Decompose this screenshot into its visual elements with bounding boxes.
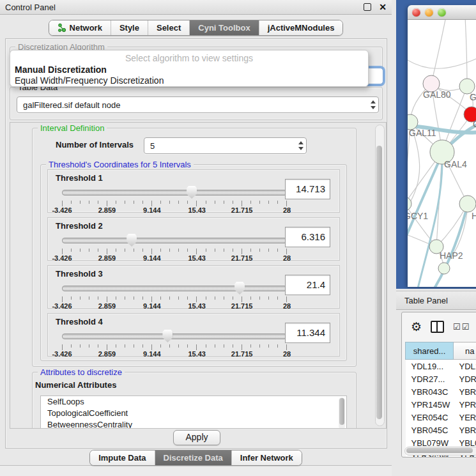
cell-name[interactable]: YDL1 [454, 360, 476, 373]
thresholds-group-label: Threshold's Coordinates for 5 Intervals [46, 160, 194, 169]
table-row[interactable]: YBR045CYBR0 [406, 424, 476, 436]
threshold-slider[interactable]: -3.4262.8599.14415.4321.71528 [62, 185, 287, 211]
network-node-label: GAL80 [423, 89, 451, 100]
threshold-slider[interactable]: -3.4262.8599.14415.4321.71528 [62, 233, 287, 259]
gear-icon[interactable]: ⚙ [411, 321, 422, 333]
numerical-attributes-list[interactable]: SelfLoopsTopologicalCoefficientBetweenne… [40, 395, 347, 429]
network-node-unlabeled[interactable] [438, 263, 450, 274]
tab-select[interactable]: Select [148, 20, 189, 35]
cell-name[interactable]: YBR0 [454, 385, 476, 398]
combo-arrows-icon [298, 141, 303, 150]
network-edge [431, 20, 446, 84]
popup-option-equal-width[interactable]: Equal Width/Frequency Discretization [15, 75, 164, 86]
cell-shared-name[interactable]: YER054C [406, 411, 454, 424]
slider-scale: -3.4262.8599.14415.4321.71528 [62, 254, 287, 262]
slider-track[interactable] [62, 190, 287, 196]
threshold-list: Threshold 1-3.4262.8599.14415.4321.71528… [41, 169, 346, 357]
cell-shared-name[interactable]: YDL19... [406, 360, 454, 373]
network-edge [465, 20, 467, 86]
tick-label: -3.426 [52, 206, 72, 214]
float-window-icon[interactable] [364, 3, 371, 11]
network-node-label: H [472, 211, 476, 221]
table-row[interactable]: YDL19...YDL1 [406, 360, 476, 373]
minimize-window-icon[interactable] [425, 8, 433, 17]
tab-discretize-data[interactable]: Discretize Data [155, 450, 231, 465]
table-row[interactable]: YER054CYER0 [406, 411, 476, 424]
tick-label: 15.43 [188, 254, 206, 262]
cell-shared-name[interactable]: YDR27... [406, 372, 454, 385]
threshold-value-field[interactable]: 6.316 [285, 227, 330, 247]
tick-label: 9.144 [143, 254, 161, 262]
threshold-value-field[interactable]: 11.344 [285, 323, 330, 343]
slider-thumb[interactable] [234, 282, 245, 295]
slider-track[interactable] [62, 334, 287, 339]
control-panel-titlebar: Control Panel ✕ [0, 0, 392, 15]
threshold-value-field[interactable]: 21.4 [285, 275, 330, 295]
column-header-shared-name[interactable]: shared... [406, 342, 454, 360]
tab-infer-network[interactable]: Infer Network [231, 450, 302, 465]
slider-thumb[interactable] [127, 234, 137, 247]
interval-definition-group: Interval Definition Number of Intervals … [32, 128, 357, 367]
table-row[interactable]: YDR27...YDR2 [406, 372, 476, 385]
right-panel: GAL80GACGAL11GAL4GCY1HHAP2 Table Panel ⚙… [392, 0, 476, 476]
zoom-window-icon[interactable] [438, 8, 446, 17]
threshold-slider[interactable]: -3.4262.8599.14415.4321.71528 [62, 329, 287, 355]
tab-jactivemnodules[interactable]: jActiveMNodules [259, 20, 343, 35]
slider-track[interactable] [62, 286, 287, 291]
attribute-item[interactable]: BetweennessCentrality [41, 419, 346, 429]
table-panel-title: Table Panel [404, 296, 448, 305]
cell-shared-name[interactable]: YBR045C [406, 424, 454, 436]
threshold-value-field[interactable]: 14.713 [285, 179, 330, 199]
attributes-group-label: Attributes to discretize [38, 367, 125, 377]
tick-label: 28 [283, 302, 291, 310]
tab-cyni-toolbox[interactable]: Cyni Toolbox [189, 20, 258, 35]
network-canvas[interactable]: GAL80GACGAL11GAL4GCY1HHAP2 [408, 20, 476, 287]
network-view-background: GAL80GACGAL11GAL4GCY1HHAP2 [396, 0, 476, 289]
cell-shared-name[interactable]: YPR145W [406, 398, 454, 411]
table-panel-toolbar: ⚙ ☑☑ [402, 312, 476, 341]
slider-track[interactable] [62, 238, 287, 243]
table-row[interactable]: YPR145WYPR1 [406, 398, 476, 411]
tab-style[interactable]: Style [111, 20, 148, 35]
table-horizontal-scrollbar[interactable] [404, 447, 476, 456]
table-row[interactable]: YBR043CYBR0 [406, 385, 476, 398]
bottom-tab-bar: Impute Data Discretize Data Infer Networ… [0, 450, 392, 466]
tab-impute-data[interactable]: Impute Data [90, 450, 154, 465]
tick-label: 2.859 [98, 350, 116, 358]
slider-thumb[interactable] [162, 330, 173, 342]
cell-shared-name[interactable]: YBR043C [406, 385, 454, 398]
tick-label: -3.426 [52, 254, 72, 262]
close-icon[interactable]: ✕ [379, 4, 387, 10]
tab-network[interactable]: Network [49, 20, 111, 35]
list-scrollbar[interactable] [339, 397, 345, 429]
slider-thumb[interactable] [187, 186, 197, 199]
slider-ticks [62, 344, 287, 350]
cell-name[interactable]: YER0 [454, 411, 476, 424]
network-node-H[interactable] [459, 196, 476, 212]
apply-button[interactable]: Apply [173, 430, 220, 445]
column-header-name[interactable]: na [454, 342, 476, 360]
threshold-slider[interactable]: -3.4262.8599.14415.4321.71528 [62, 281, 287, 307]
attribute-item[interactable]: SelfLoops [41, 396, 346, 408]
algorithm-dropdown-popup: Select algorithm to view settings Manual… [10, 50, 369, 87]
number-of-intervals-combobox[interactable]: 5 [144, 137, 307, 154]
settings-scroll-panel: Interval Definition Number of Intervals … [10, 122, 387, 429]
settings-vertical-scrollbar[interactable] [375, 125, 385, 426]
tick-label: 21.715 [231, 254, 253, 262]
table-data-combobox[interactable]: galFiltered.sif default node [17, 96, 379, 113]
attribute-items: SelfLoopsTopologicalCoefficientBetweenne… [41, 396, 346, 429]
attribute-item[interactable]: TopologicalCoefficient [41, 408, 346, 419]
table-panel: ⚙ ☑☑ shared... na YDL19...YDL1YDR27...YD… [401, 312, 476, 457]
combo-arrows-icon [370, 100, 376, 109]
tick-label: 9.144 [143, 206, 161, 214]
close-window-icon[interactable] [412, 8, 420, 17]
split-view-icon[interactable] [431, 321, 444, 333]
cell-name[interactable]: YPR1 [454, 398, 476, 411]
network-node-GCY1[interactable] [408, 197, 411, 211]
tick-label: 21.715 [231, 206, 253, 214]
number-of-intervals-label: Number of Intervals [56, 140, 134, 150]
popup-option-manual[interactable]: Manual Discretization [15, 65, 107, 75]
cell-name[interactable]: YBR0 [454, 424, 476, 436]
cell-name[interactable]: YDR2 [454, 372, 476, 385]
select-columns-icon[interactable]: ☑☑ [453, 322, 470, 332]
